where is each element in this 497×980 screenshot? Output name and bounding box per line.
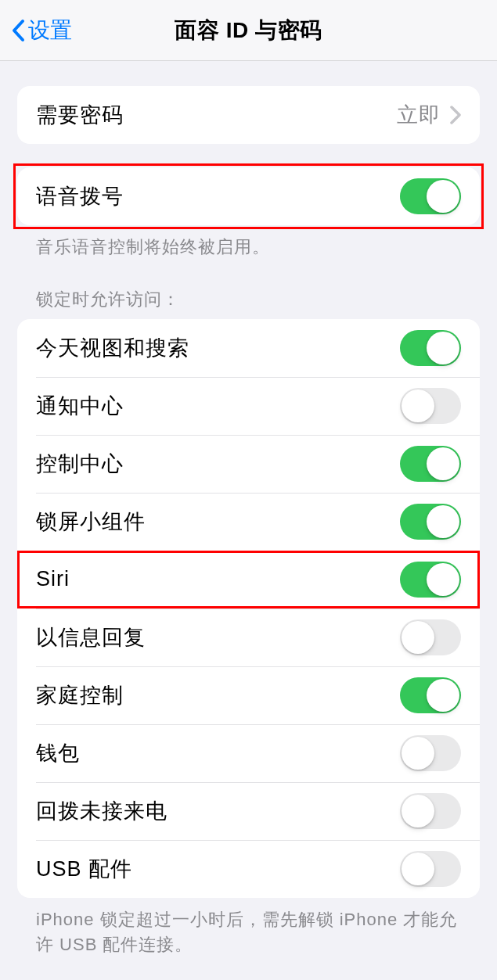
locked-access-item-toggle[interactable] [400,677,461,713]
voice-dial-toggle[interactable] [400,178,461,214]
row-locked-access-item: 今天视图和搜索 [17,319,480,377]
locked-access-item-toggle[interactable] [400,504,461,540]
back-button[interactable]: 设置 [0,16,72,45]
locked-access-item-label: 控制中心 [36,450,124,478]
locked-access-item-label: 回拨未接来电 [36,797,167,825]
row-locked-access-item: 回拨未接来电 [17,782,480,840]
locked-access-header: 锁定时允许访问： [17,260,480,319]
locked-access-item-label: 今天视图和搜索 [36,334,189,362]
row-locked-access-item: 钱包 [17,724,480,782]
locked-access-item-toggle[interactable] [400,735,461,771]
page-title: 面容 ID 与密码 [0,16,497,45]
locked-access-item-toggle[interactable] [400,330,461,366]
locked-access-footer: iPhone 锁定超过一小时后，需先解锁 iPhone 才能允许 USB 配件连… [17,898,480,957]
row-locked-access-item: 控制中心 [17,435,480,493]
locked-access-item-toggle[interactable] [400,619,461,655]
locked-access-item-toggle[interactable] [400,388,461,424]
back-label: 设置 [28,16,72,45]
locked-access-item-label: 家庭控制 [36,681,124,709]
chevron-right-icon [450,106,461,124]
nav-bar: 设置 面容 ID 与密码 [0,0,497,61]
group-locked-access: 今天视图和搜索通知中心控制中心锁屏小组件Siri以信息回复家庭控制钱包回拨未接来… [17,319,480,898]
locked-access-item-toggle[interactable] [400,446,461,482]
require-passcode-value: 立即 [397,101,441,129]
row-locked-access-item: 家庭控制 [17,666,480,724]
group-voice-dial: 语音拨号 [17,167,480,225]
voice-dial-label: 语音拨号 [36,182,124,210]
row-locked-access-item: 锁屏小组件 [17,493,480,551]
row-voice-dial: 语音拨号 [17,167,480,225]
locked-access-item-label: USB 配件 [36,855,132,883]
locked-access-item-label: 通知中心 [36,392,124,420]
locked-access-item-label: 锁屏小组件 [36,508,146,536]
locked-access-item-label: 钱包 [36,739,80,767]
require-passcode-label: 需要密码 [36,101,124,129]
locked-access-item-label: 以信息回复 [36,623,146,652]
row-locked-access-item: 以信息回复 [17,608,480,666]
chevron-left-icon [11,19,25,42]
locked-access-item-label: Siri [36,567,70,591]
locked-access-item-toggle[interactable] [400,562,461,598]
locked-access-item-toggle[interactable] [400,851,461,887]
group-require-passcode: 需要密码 立即 [17,86,480,144]
row-locked-access-item: Siri [17,551,480,608]
voice-dial-footer: 音乐语音控制将始终被启用。 [17,225,480,260]
row-require-passcode[interactable]: 需要密码 立即 [17,86,480,144]
row-locked-access-item: USB 配件 [17,840,480,898]
row-locked-access-item: 通知中心 [17,377,480,435]
locked-access-item-toggle[interactable] [400,793,461,829]
